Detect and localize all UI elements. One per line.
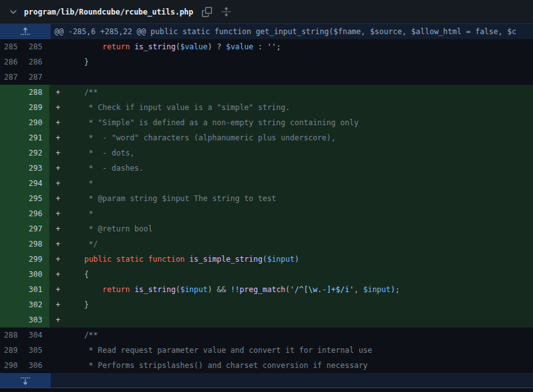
diff-marker: + [49, 145, 66, 161]
old-line-number[interactable] [0, 252, 25, 267]
fold-down-icon [20, 376, 30, 386]
old-line-number[interactable] [0, 145, 25, 161]
new-line-number[interactable]: 305 [25, 343, 49, 358]
code-line: * - "word" characters (alphanumeric plus… [66, 130, 533, 145]
diff-row: 297+ * @return bool [0, 221, 533, 236]
diff-row: 289+ * Check if input value is a "simple… [0, 100, 533, 115]
new-line-number[interactable]: 290 [25, 115, 49, 130]
old-line-number[interactable]: 290 [0, 358, 25, 373]
diff-row: 285285 return is_string($value) ? $value… [0, 39, 533, 54]
diff-marker: + [49, 282, 66, 297]
diff-marker [49, 70, 66, 85]
new-line-number[interactable]: 304 [25, 328, 49, 343]
new-line-number[interactable]: 296 [25, 206, 49, 221]
diff-file-container: program/lib/Roundcube/rcube_utils.php [0, 0, 533, 388]
chevron-down-icon[interactable] [6, 5, 20, 19]
new-line-number[interactable]: 289 [25, 100, 49, 115]
new-line-number[interactable]: 300 [25, 267, 49, 282]
diff-row: 287287 [0, 70, 533, 85]
diff-marker: + [49, 206, 66, 221]
old-line-number[interactable] [0, 161, 25, 176]
diff-marker [49, 54, 66, 70]
new-line-number[interactable]: 286 [25, 54, 49, 70]
code-line: } [66, 54, 533, 70]
new-line-number[interactable]: 301 [25, 282, 49, 297]
copy-icon[interactable] [202, 7, 212, 17]
diff-row: 300+ { [0, 267, 533, 282]
new-line-number[interactable]: 285 [25, 39, 49, 54]
diff-row: 302+ } [0, 297, 533, 312]
diff-body: @@ -285,6 +285,22 @@ public static funct… [0, 24, 533, 388]
old-line-number[interactable] [0, 115, 25, 130]
code-line: } [66, 297, 533, 312]
old-line-number[interactable] [0, 176, 25, 191]
code-line: * Read request parameter value and conve… [66, 343, 533, 358]
new-line-number[interactable]: 302 [25, 297, 49, 312]
new-line-number[interactable]: 287 [25, 70, 49, 85]
diff-marker: + [49, 221, 66, 236]
old-line-number[interactable]: 288 [0, 328, 25, 343]
old-line-number[interactable] [0, 191, 25, 206]
old-line-number[interactable] [0, 206, 25, 221]
old-line-number[interactable]: 287 [0, 70, 25, 85]
code-line: return is_string($input) && !!preg_match… [66, 282, 533, 297]
old-line-number[interactable]: 289 [0, 343, 25, 358]
diff-marker: + [49, 161, 66, 176]
diff-rows: 285285 return is_string($value) ? $value… [0, 39, 533, 373]
code-line: */ [66, 236, 533, 252]
old-line-number[interactable] [0, 282, 25, 297]
new-line-number[interactable]: 295 [25, 191, 49, 206]
diff-marker: + [49, 176, 66, 191]
diff-marker [49, 39, 66, 54]
code-line: public static function is_simple_string(… [66, 252, 533, 267]
new-line-number[interactable]: 292 [25, 145, 49, 161]
diff-row: 288+ /** [0, 85, 533, 100]
diff-row: 299+ public static function is_simple_st… [0, 252, 533, 267]
old-line-number[interactable] [0, 297, 25, 312]
diff-row: 291+ * - "word" characters (alphanumeric… [0, 130, 533, 145]
diff-row: 303+ [0, 312, 533, 328]
code-line: /** [66, 328, 533, 343]
expand-down-button[interactable] [0, 373, 51, 388]
new-line-number[interactable]: 291 [25, 130, 49, 145]
code-line: * - dots, [66, 145, 533, 161]
fold-up-icon [20, 27, 30, 37]
old-line-number[interactable] [0, 85, 25, 100]
old-line-number[interactable]: 285 [0, 39, 25, 54]
new-line-number[interactable]: 297 [25, 221, 49, 236]
unfold-icon[interactable] [221, 7, 231, 17]
code-line: * Performs stripslashes() and charset co… [66, 358, 533, 373]
new-line-number[interactable]: 298 [25, 236, 49, 252]
code-line: * @return bool [66, 221, 533, 236]
code-line: * [66, 176, 533, 191]
new-line-number[interactable]: 299 [25, 252, 49, 267]
code-line: * [66, 206, 533, 221]
old-line-number[interactable] [0, 130, 25, 145]
old-line-number[interactable] [0, 236, 25, 252]
old-line-number[interactable] [0, 267, 25, 282]
old-line-number[interactable]: 286 [0, 54, 25, 70]
diff-marker: + [49, 297, 66, 312]
diff-marker: + [49, 252, 66, 267]
new-line-number[interactable]: 303 [25, 312, 49, 328]
diff-row: 292+ * - dots, [0, 145, 533, 161]
diff-marker [49, 358, 66, 373]
old-line-number[interactable] [0, 221, 25, 236]
diff-marker: + [49, 267, 66, 282]
old-line-number[interactable] [0, 100, 25, 115]
code-line [66, 312, 533, 328]
file-path: program/lib/Roundcube/rcube_utils.php [24, 8, 193, 16]
new-line-number[interactable]: 293 [25, 161, 49, 176]
new-line-number[interactable]: 294 [25, 176, 49, 191]
diff-marker [49, 328, 66, 343]
new-line-number[interactable]: 306 [25, 358, 49, 373]
new-line-number[interactable]: 288 [25, 85, 49, 100]
expand-bottom-filler [51, 373, 533, 388]
code-line: { [66, 267, 533, 282]
expand-bottom-row [0, 373, 533, 388]
hunk-header-text: @@ -285,6 +285,22 @@ public static funct… [51, 24, 533, 39]
expand-up-button[interactable] [0, 24, 51, 39]
diff-marker: + [49, 130, 66, 145]
old-line-number[interactable] [0, 312, 25, 328]
diff-row: 295+ * @param string $input The string t… [0, 191, 533, 206]
